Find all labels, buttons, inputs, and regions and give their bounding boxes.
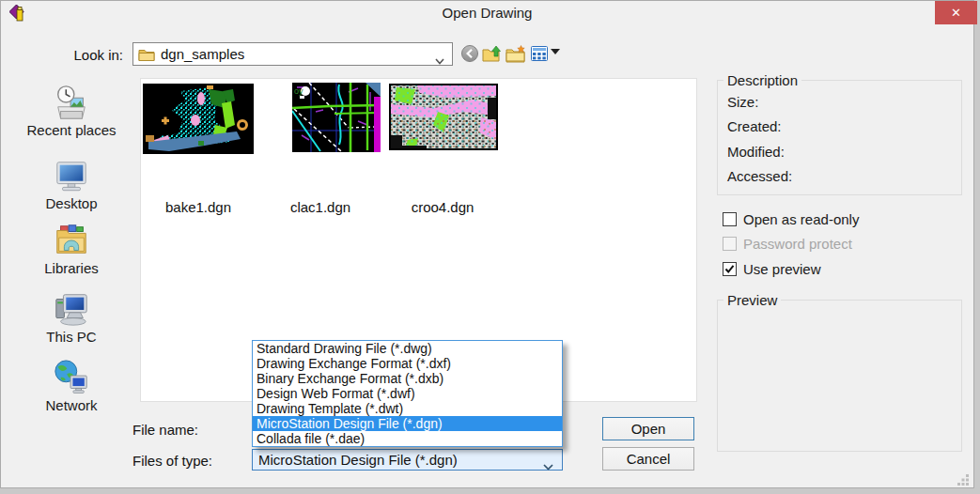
folder-icon [138, 48, 155, 61]
view-menu-dropdown-arrow[interactable] [551, 49, 560, 54]
dropdown-option-dae[interactable]: Collada file (*.dae) [253, 431, 562, 446]
chevron-down-icon[interactable] [543, 457, 553, 474]
dropdown-option-dgn[interactable]: MicroStation Design File (*.dgn) [253, 416, 562, 431]
checkbox-box[interactable] [723, 262, 737, 276]
use-preview-checkbox[interactable]: Use preview [723, 261, 821, 277]
description-legend: Description [723, 72, 801, 88]
open-button[interactable]: Open [602, 417, 694, 440]
look-in-combobox[interactable]: dgn_samples [132, 42, 453, 66]
dropdown-option-dwg[interactable]: Standard Drawing File (*.dwg) [253, 341, 562, 356]
file-name: croo4.dgn [386, 199, 499, 216]
dropdown-option-dwt[interactable]: Drawing Template (*.dwt) [253, 401, 562, 416]
up-one-level-icon [482, 45, 503, 63]
sidebar-item-label: Recent places [8, 122, 134, 138]
cancel-button[interactable]: Cancel [602, 447, 694, 471]
close-icon: ✕ [951, 6, 961, 20]
look-in-label: Look in: [55, 47, 123, 63]
description-accessed-label: Accessed: [727, 168, 792, 184]
chevron-down-icon[interactable] [435, 52, 444, 69]
checkbox-label: Password protect [743, 236, 852, 252]
back-icon [460, 44, 479, 63]
checkbox-label: Use preview [743, 261, 821, 277]
file-name: bake1.dgn [141, 199, 256, 216]
new-folder-icon [506, 45, 526, 63]
files-of-type-value: MicroStation Design File (*.dgn) [258, 452, 458, 468]
sidebar-item-label: Desktop [8, 195, 134, 211]
files-of-type-combobox[interactable]: MicroStation Design File (*.dgn) [252, 449, 563, 471]
password-protect-checkbox: Password protect [723, 236, 852, 252]
svg-text:oy: oy [294, 86, 303, 96]
look-in-value: dgn_samples [161, 46, 244, 62]
description-size-label: Size: [727, 94, 758, 110]
sidebar-item-label: Libraries [8, 260, 134, 276]
back-button[interactable] [459, 43, 480, 64]
network-icon [8, 355, 134, 396]
checkbox-label: Open as read-only [743, 211, 859, 227]
sidebar-item-desktop[interactable]: Desktop [8, 153, 134, 211]
sidebar-item-recent-places[interactable]: Recent places [8, 80, 134, 138]
checkbox-box[interactable] [723, 212, 737, 226]
new-folder-button[interactable] [506, 43, 526, 64]
desktop-icon [8, 153, 134, 194]
dropdown-option-dxb[interactable]: Binary Exchange Format (*.dxb) [253, 371, 562, 386]
close-button[interactable]: ✕ [935, 1, 977, 24]
view-menu-icon [531, 46, 548, 61]
this-pc-icon [8, 286, 134, 328]
files-of-type-dropdown-list: Standard Drawing File (*.dwg) Drawing Ex… [252, 340, 563, 447]
sidebar-item-network[interactable]: Network [8, 355, 134, 413]
files-of-type-label: Files of type: [132, 453, 212, 469]
resize-grip[interactable] [957, 473, 970, 490]
description-groupbox: Description Size: Created: Modified: Acc… [717, 80, 962, 195]
description-modified-label: Modified: [727, 144, 785, 160]
checkbox-box [723, 237, 737, 251]
sidebar-item-label: This PC [8, 329, 134, 345]
sidebar-item-this-pc[interactable]: This PC [8, 286, 134, 345]
up-one-level-button[interactable] [482, 43, 503, 64]
libraries-icon [8, 218, 134, 259]
view-menu-button[interactable] [529, 43, 550, 64]
open-as-read-only-checkbox[interactable]: Open as read-only [723, 211, 859, 227]
preview-groupbox: Preview [717, 300, 962, 452]
open-drawing-dialog: Open Drawing ✕ Look in: dgn_samples [0, 0, 974, 488]
preview-legend: Preview [723, 292, 781, 308]
file-thumbnail [389, 84, 498, 150]
file-thumbnail: oy [292, 83, 381, 152]
sidebar-item-libraries[interactable]: Libraries [8, 218, 134, 276]
title-bar[interactable]: Open Drawing ✕ [1, 1, 973, 25]
sidebar-item-label: Network [8, 397, 134, 413]
file-name-label: File name: [132, 422, 198, 438]
recent-places-icon [8, 80, 134, 121]
description-created-label: Created: [727, 118, 782, 134]
dropdown-option-dwf[interactable]: Design Web Format (*.dwf) [253, 386, 562, 401]
file-thumbnail [143, 84, 254, 154]
check-icon [724, 264, 735, 274]
file-name: clac1.dgn [264, 199, 377, 216]
dialog-title: Open Drawing [1, 5, 973, 21]
dropdown-option-dxf[interactable]: Drawing Exchange Format (*.dxf) [253, 356, 562, 371]
